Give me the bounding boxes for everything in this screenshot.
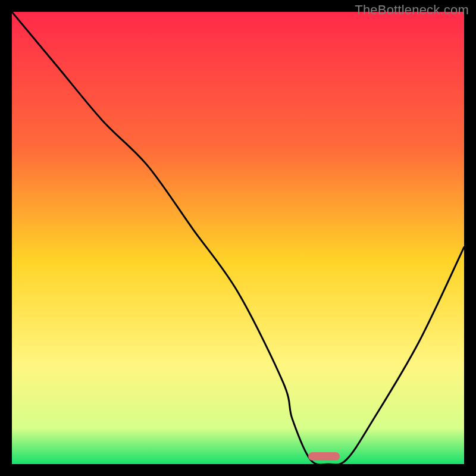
watermark-text: TheBottleneck.com xyxy=(355,2,469,18)
chart-svg xyxy=(12,12,464,464)
optimal-marker xyxy=(308,452,340,461)
gradient-bg xyxy=(12,12,464,464)
chart-area xyxy=(12,12,464,464)
